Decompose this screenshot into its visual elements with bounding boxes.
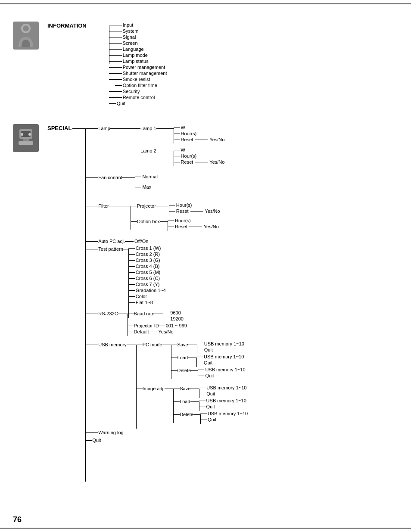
info-item-system: System [109,28,167,34]
info-item-option-filter-time: Option filter time [115,83,167,88]
special-usb-memory: USB memory PC mode [85,341,248,422]
info-item-lamp-mode: Lamp mode [109,53,167,58]
info-item-input: Input [109,22,167,28]
info-item-lamp-status: Lamp status [109,59,167,64]
info-item-language: Language [109,47,167,52]
special-fan-control: Fan control Normal Max [85,174,248,190]
special-section: SPECIAL Lamp [13,124,398,443]
page-border-bottom [0,528,411,529]
info-item-remote-control: Remote control [109,95,167,100]
special-quit: Quit [85,438,248,443]
info-item-shutter-mgmt: Shutter management [109,71,167,76]
svg-point-7 [28,133,31,136]
info-item-power-mgmt: Power management [109,65,167,70]
content-area: INFORMATION Input [0,0,411,464]
svg-rect-4 [23,139,29,141]
special-rs232c: RS-232C Baud rate [85,310,248,335]
information-title: INFORMATION [47,22,87,29]
special-test-pattern: Test pattern Cross 1 (W) Cross 2 (R) Cro… [85,246,248,306]
special-auto-pc-adj: Auto PC adj. Off/On [85,239,248,244]
info-item-signal: Signal [109,34,167,40]
special-title: SPECIAL [47,125,72,131]
info-item-quit: Quit [109,101,167,106]
special-filter: Filter Projector [85,202,248,230]
information-section: INFORMATION Input [13,17,398,107]
page-number: 76 [13,515,22,524]
svg-rect-5 [19,141,33,145]
info-item-security: Security [109,89,167,94]
info-item-screen: Screen [109,40,167,46]
svg-point-6 [21,133,23,136]
information-icon [13,22,39,50]
special-warning-log: Warning log [85,430,248,435]
svg-point-1 [23,25,29,31]
special-lamp: Lamp Lamp 1 [85,125,248,165]
special-icon [13,124,39,152]
info-item-smoke-resist: Smoke resist [109,77,167,82]
